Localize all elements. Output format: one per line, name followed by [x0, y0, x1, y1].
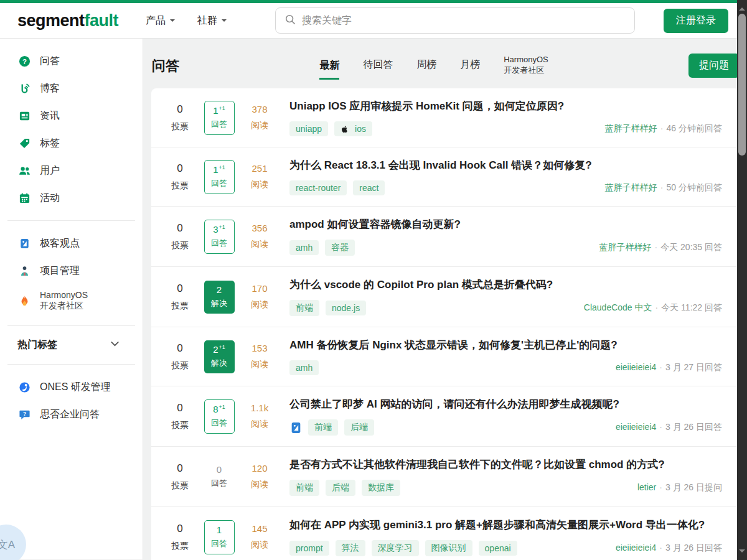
question-title[interactable]: ampod 如何设置容器镜像自动更新? — [289, 217, 722, 231]
question-title[interactable]: Uniapp IOS 应用审核提示 HomeKit 问题，如何定位原因? — [289, 99, 722, 113]
tag-算法[interactable]: 算法 — [336, 540, 365, 556]
tag-ios[interactable]: ios — [334, 121, 372, 136]
question-content: ampod 如何设置容器镜像自动更新? amh容器 蓝胖子样样好·今天 20:3… — [289, 217, 722, 256]
question-row: 0 投票 3+1 回答 356 阅读 ampod 如何设置容器镜像自动更新? a… — [151, 206, 740, 266]
question-title[interactable]: 为什么 React 18.3.1 会出现 Invalid Hook Call 错… — [289, 158, 722, 172]
votes-label: 投票 — [161, 420, 199, 431]
tag-前端[interactable]: 前端 — [308, 419, 338, 436]
tag-react-router[interactable]: react-router — [289, 180, 347, 195]
search-box[interactable] — [275, 7, 635, 34]
scrollbar-thumb[interactable] — [738, 14, 746, 156]
tab-latest[interactable]: 最新 — [319, 59, 339, 80]
question-author[interactable]: eieiieieiei4 — [616, 422, 656, 432]
vote-stat: 0 投票 — [161, 523, 199, 552]
question-content: 如何在 APP 内实现 gemini3.1 pro 解题+解题步骤和高清矢量图展… — [289, 518, 722, 556]
tag-前端[interactable]: 前端 — [289, 480, 319, 496]
sidebar-item-blog[interactable]: 博客 — [0, 75, 143, 102]
question-title[interactable]: 为什么 vscode 的 Copilot Pro plan 模式总是折叠代码? — [289, 278, 722, 292]
read-stat: 153 阅读 — [240, 343, 280, 370]
page-title: 问答 — [152, 57, 179, 75]
question-author[interactable]: 蓝胖子样样好 — [599, 242, 652, 252]
questions-header: 问答 最新 待回答 周榜 月榜 HarmonyOS开发者社区 提问题 — [151, 54, 740, 78]
sidebar-item-users[interactable]: 用户 — [0, 157, 143, 184]
sidebar-item-questions[interactable]: ? 问答 — [0, 47, 143, 75]
tag-amh[interactable]: amh — [289, 240, 319, 255]
question-title[interactable]: 如何在 APP 内实现 gemini3.1 pro 解题+解题步骤和高清矢量图展… — [289, 518, 722, 532]
reads-label: 阅读 — [240, 299, 280, 310]
sidebar-item-tags[interactable]: 标签 — [0, 129, 143, 157]
question-time: 3 月 26 日回答 — [665, 422, 722, 432]
tag-前端[interactable]: 前端 — [289, 300, 319, 316]
search-input[interactable] — [302, 15, 626, 26]
tag-react[interactable]: react — [353, 180, 385, 195]
sidebar-item-sifou-enterprise[interactable]: ? 思否企业问答 — [0, 401, 143, 428]
question-author[interactable]: 蓝胖子样样好 — [605, 123, 657, 133]
browser-scrollbar[interactable] — [737, 0, 747, 560]
meta-separator: · — [659, 422, 662, 432]
tag-uniapp[interactable]: uniapp — [289, 121, 328, 136]
tag-深度学习[interactable]: 深度学习 — [372, 540, 419, 556]
sidebar-divider — [7, 325, 135, 326]
reads-label: 阅读 — [240, 239, 280, 250]
sidebar-item-events[interactable]: 活动 — [0, 184, 143, 212]
answer-box: 3+1 回答 — [204, 220, 235, 254]
tab-awaiting-answer[interactable]: 待回答 — [363, 58, 393, 73]
sidebar-item-harmonyos-community[interactable]: HarmonyOS开发者社区 — [0, 284, 143, 317]
read-count: 356 — [240, 223, 280, 233]
tag-prompt[interactable]: prompt — [289, 541, 329, 556]
sidebar-item-label: 资讯 — [40, 110, 60, 123]
reads-label: 阅读 — [240, 539, 280, 551]
hot-tags-toggle[interactable]: 热门标签 — [0, 335, 143, 355]
answer-box: 1+1 回答 — [204, 160, 235, 194]
answer-count: 1 — [217, 525, 222, 535]
votes-label: 投票 — [161, 121, 199, 133]
question-author[interactable]: letier — [637, 482, 656, 492]
project-person-icon — [19, 265, 31, 277]
chevron-down-icon — [170, 19, 175, 24]
meta-separator: · — [659, 482, 662, 492]
read-count: 378 — [240, 104, 280, 114]
question-content: 为什么 vscode 的 Copilot Pro plan 模式总是折叠代码? … — [289, 278, 722, 316]
tag-list: prompt算法深度学习图像识别openai — [289, 540, 524, 556]
question-title[interactable]: 公司禁止了即梦 AI 网站的访问，请问还有什么办法用即梦生成视频呢? — [289, 397, 722, 411]
signup-login-button[interactable]: 注册登录 — [664, 9, 728, 33]
tag-后端[interactable]: 后端 — [326, 480, 355, 496]
scroll-up-arrow-icon[interactable] — [739, 4, 745, 11]
tag-图像识别[interactable]: 图像识别 — [425, 540, 472, 556]
vote-count: 0 — [161, 222, 199, 235]
vote-count: 0 — [161, 103, 199, 116]
sidebar-item-project-management[interactable]: 项目管理 — [0, 257, 143, 284]
segmentfault-logo[interactable]: segmentfault — [17, 11, 118, 30]
tag-amh[interactable]: amh — [289, 360, 319, 375]
ask-question-button[interactable]: 提问题 — [688, 54, 740, 78]
question-author[interactable]: eieiieieiei4 — [616, 362, 656, 372]
nav-community[interactable]: 社群 — [189, 9, 235, 32]
nav-products[interactable]: 产品 — [137, 9, 184, 32]
tab-harmonyos-community[interactable]: HarmonyOS开发者社区 — [504, 55, 548, 77]
tag-后端[interactable]: 后端 — [344, 419, 374, 436]
tab-monthly[interactable]: 月榜 — [460, 58, 480, 73]
read-stat: 170 阅读 — [240, 283, 280, 310]
sidebar-item-label: 博客 — [40, 82, 60, 95]
logo-text-black: segment — [17, 11, 85, 30]
sidebar-item-news[interactable]: 资讯 — [0, 102, 143, 129]
reads-label: 阅读 — [240, 419, 280, 430]
tag-数据库[interactable]: 数据库 — [362, 480, 400, 496]
question-list-card: 0 投票 1+1 回答 378 阅读 Uniapp IOS 应用审核提示 Hom… — [151, 88, 740, 560]
sidebar-item-ones[interactable]: ONES 研发管理 — [0, 373, 143, 401]
tag-node.js[interactable]: node.js — [326, 301, 366, 315]
sidebar-item-geek-views[interactable]: 极客观点 — [0, 230, 143, 257]
question-author[interactable]: 蓝胖子样样好 — [605, 182, 657, 192]
read-stat: 356 阅读 — [240, 223, 280, 250]
question-title[interactable]: AMH 备份恢复后 Nginx 状态显示错误，如何修复'主机已停止'的问题? — [289, 338, 722, 352]
scroll-down-arrow-icon[interactable] — [739, 549, 745, 556]
read-stat: 251 阅读 — [240, 163, 280, 190]
question-title[interactable]: 是否有方式不让其他软件清理我自己软件下的文件呢？比如设置 chmod 的方式? — [289, 457, 722, 472]
question-author[interactable]: eieiieieiei4 — [616, 543, 656, 553]
tag-容器[interactable]: 容器 — [325, 240, 355, 256]
reads-label: 阅读 — [240, 120, 280, 131]
question-author[interactable]: ClaudeCode 中文 — [584, 302, 652, 312]
question-meta: 蓝胖子样样好·46 分钟前回答 — [605, 123, 722, 134]
tab-weekly[interactable]: 周榜 — [416, 58, 436, 73]
tag-openai[interactable]: openai — [479, 541, 517, 556]
